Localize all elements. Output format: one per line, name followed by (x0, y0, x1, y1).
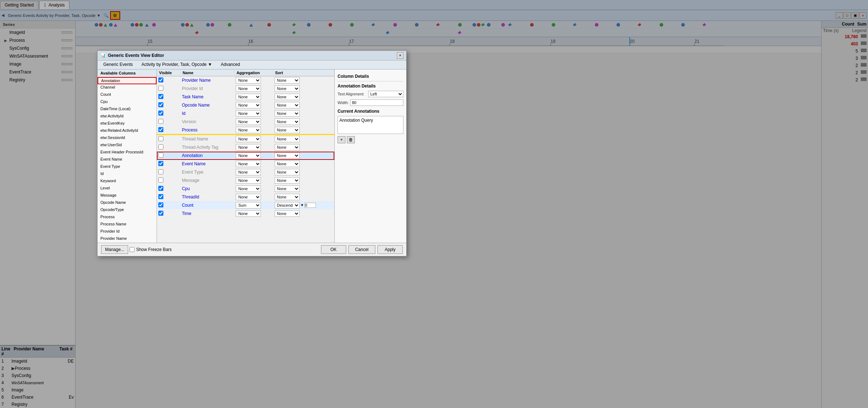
avail-item-sessionid[interactable]: etw:SessionId (98, 135, 157, 142)
agg-select[interactable]: None (236, 85, 261, 92)
agg-select[interactable]: Sum None (236, 202, 261, 209)
sort-select[interactable]: None (275, 136, 300, 142)
sort-select[interactable]: None (275, 185, 300, 192)
modal-close-button[interactable]: × (397, 52, 403, 59)
visible-checkbox[interactable] (158, 194, 163, 199)
sort-select[interactable]: None (275, 110, 300, 117)
avail-item-activityid[interactable]: etw:ActivityId (98, 113, 157, 120)
visible-checkbox[interactable] (158, 211, 163, 216)
visible-checkbox[interactable] (158, 153, 163, 158)
text-alignment-select[interactable]: Left Center Right (368, 91, 403, 97)
visible-checkbox[interactable] (158, 202, 163, 207)
sort-select[interactable]: Descending None (275, 202, 300, 209)
agg-select[interactable]: None (236, 136, 261, 142)
table-row[interactable]: Task Name None None (157, 93, 334, 101)
sort-select[interactable]: None (275, 85, 300, 92)
avail-item-eventheader[interactable]: Event Header ProcessId (98, 149, 157, 156)
agg-select[interactable]: None (236, 161, 261, 167)
agg-select[interactable]: None (236, 152, 261, 159)
agg-select[interactable]: None (236, 185, 261, 192)
sort-order-input[interactable] (304, 203, 316, 208)
sort-select[interactable]: None (275, 194, 300, 200)
sort-select[interactable]: None (275, 102, 300, 108)
avail-item-processname[interactable]: Process Name (98, 221, 157, 228)
delete-annotation-button[interactable]: 🗑 (347, 136, 355, 143)
table-row[interactable]: Time None None (157, 210, 334, 218)
agg-select[interactable]: None (236, 127, 261, 133)
agg-select[interactable]: None (236, 144, 261, 151)
avail-item-eventtype[interactable]: Event Type (98, 163, 157, 171)
table-row[interactable]: Version None None (157, 118, 334, 126)
avail-item-level[interactable]: Level (98, 185, 157, 192)
table-row[interactable]: Process None None (157, 126, 334, 135)
agg-select[interactable]: None (236, 110, 261, 117)
avail-item-providername[interactable]: Provider Name (98, 236, 157, 243)
sort-select[interactable]: None (275, 127, 300, 133)
table-row[interactable]: Thread Name None None (157, 135, 334, 143)
sort-select[interactable]: None (275, 152, 300, 159)
table-row[interactable]: Message None None (157, 176, 334, 185)
sort-select[interactable]: None (275, 169, 300, 175)
agg-select[interactable]: None (236, 118, 261, 125)
table-row[interactable]: Event Type None None (157, 168, 334, 176)
sort-select[interactable]: None (275, 118, 300, 125)
tab-generic-events[interactable]: Generic Events (99, 60, 137, 69)
avail-item-usersid[interactable]: etw:UserSid (98, 142, 157, 149)
width-input[interactable] (350, 99, 403, 106)
agg-select[interactable]: None (236, 194, 261, 200)
table-row-annotation-selected[interactable]: Annotation None None (157, 152, 334, 160)
avail-item-datetime[interactable]: DateTime (Local) (98, 106, 157, 113)
show-freeze-bars-checkbox[interactable] (130, 247, 135, 252)
agg-select[interactable]: None (236, 77, 261, 84)
visible-checkbox[interactable] (158, 102, 163, 107)
agg-select[interactable]: None (236, 94, 261, 100)
avail-item-keyword[interactable]: Keyword (98, 178, 157, 185)
avail-item-providerid[interactable]: Provider Id (98, 228, 157, 236)
table-row[interactable]: ThreadId None None (157, 193, 334, 201)
manage-button[interactable]: Manage... (101, 245, 128, 254)
table-row[interactable]: Opcode Name None None (157, 101, 334, 109)
visible-checkbox[interactable] (158, 127, 163, 132)
ok-button[interactable]: OK (321, 245, 346, 254)
sort-select[interactable]: None (275, 77, 300, 84)
visible-checkbox[interactable] (158, 169, 163, 174)
sort-select[interactable]: None (275, 177, 300, 184)
avail-item-process[interactable]: Process (98, 214, 157, 221)
avail-item-count[interactable]: Count (98, 91, 157, 99)
visible-checkbox[interactable] (158, 144, 163, 149)
visible-checkbox[interactable] (158, 178, 163, 183)
tab-activity-by-provider[interactable]: Activity by Provider, Task, Opcode ▼ (137, 60, 216, 69)
agg-select[interactable]: None (236, 177, 261, 184)
visible-checkbox[interactable] (158, 119, 163, 124)
avail-item-cpu[interactable]: Cpu (98, 99, 157, 106)
visible-checkbox[interactable] (158, 136, 163, 141)
visible-checkbox[interactable] (158, 77, 163, 82)
table-row[interactable]: Event Name None None (157, 160, 334, 168)
sort-select[interactable]: None (275, 144, 300, 151)
table-row[interactable]: Provider Name None None (157, 76, 334, 85)
sort-select[interactable]: None (275, 94, 300, 100)
cancel-button[interactable]: Cancel (348, 245, 375, 254)
add-annotation-button[interactable]: + (338, 136, 345, 143)
avail-item-message[interactable]: Message (98, 192, 157, 199)
avail-item-id[interactable]: Id (98, 171, 157, 178)
tab-advanced[interactable]: Advanced (216, 60, 244, 69)
table-row-count[interactable]: Count Sum None Descending None (157, 201, 334, 210)
avail-item-eventname[interactable]: Event Name (98, 156, 157, 163)
avail-item-channel[interactable]: Channel (98, 84, 157, 91)
avail-item-opcodetype[interactable]: Opcode/Type (98, 207, 157, 214)
avail-item-eventkey[interactable]: etw:EventKey (98, 120, 157, 127)
avail-item-annotation[interactable]: Annotation (98, 77, 157, 84)
avail-item-relatedactivity[interactable]: etw:Related ActivityId (98, 127, 157, 135)
visible-checkbox[interactable] (158, 111, 163, 116)
table-row[interactable]: Thread Activity Tag None None (157, 143, 334, 152)
table-row[interactable]: Id None None (157, 109, 334, 118)
table-row[interactable]: Cpu None None (157, 185, 334, 193)
agg-select[interactable]: None (236, 102, 261, 108)
apply-button[interactable]: Apply (378, 245, 403, 254)
agg-select[interactable]: None (236, 210, 261, 217)
avail-item-opcodename[interactable]: Opcode Name (98, 199, 157, 207)
table-row[interactable]: Provider Id None None (157, 85, 334, 93)
visible-checkbox[interactable] (158, 94, 163, 99)
sort-select[interactable]: None (275, 210, 300, 217)
